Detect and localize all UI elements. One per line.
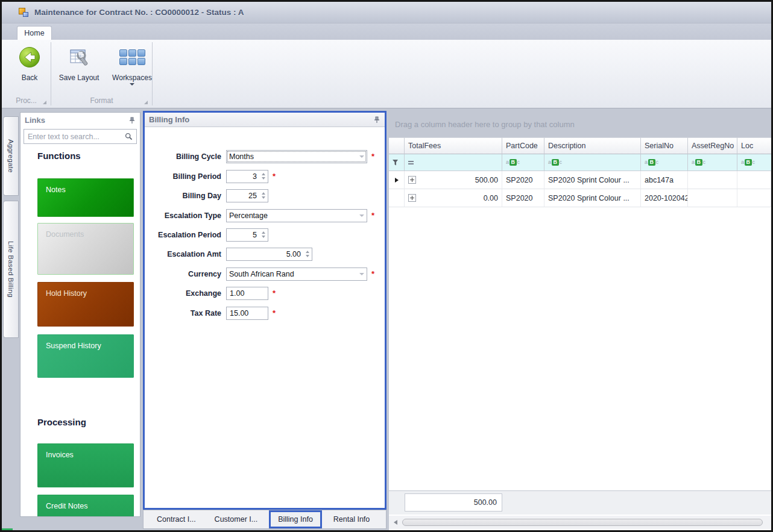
filter-cell-partcode[interactable]: aBc	[502, 154, 544, 171]
tab-billing-info[interactable]: Billing Info	[269, 510, 322, 528]
filter-cell-serialno[interactable]: aBc	[641, 154, 688, 171]
notes-button[interactable]: Notes	[37, 178, 134, 217]
escalation-amt-value: 5.00	[286, 250, 303, 258]
required-indicator: *	[371, 269, 374, 278]
items-grid: Drag a column header here to group by th…	[389, 111, 771, 530]
spin-up-icon[interactable]	[262, 231, 265, 234]
cell-assetregno[interactable]	[688, 171, 737, 189]
totalfees-value: 0.00	[420, 194, 498, 202]
cell-description[interactable]: SP2020 Sprint Colour ...	[544, 171, 641, 189]
spin-down-icon[interactable]	[262, 196, 265, 199]
text-filter-icon: aBc	[645, 159, 658, 166]
filter-cell-location[interactable]: aBc	[737, 154, 771, 171]
cell-description[interactable]: SP2020 Sprint Colour ...	[544, 189, 641, 207]
grid-summary-footer: 500.00	[389, 490, 771, 515]
save-layout-button[interactable]: Save Layout	[55, 45, 103, 82]
cell-assetregno[interactable]	[688, 189, 737, 207]
horizontal-scrollbar[interactable]	[389, 516, 771, 529]
tab-contract-info[interactable]: Contract I...	[150, 510, 203, 528]
column-header-totalfees[interactable]: TotalFees	[405, 137, 502, 154]
spin-up-icon[interactable]	[262, 173, 265, 175]
column-header-location[interactable]: Loc	[737, 137, 771, 154]
dialog-launcher-icon[interactable]	[43, 101, 46, 104]
cell-location[interactable]	[737, 189, 771, 207]
equals-operator-icon[interactable]	[408, 161, 414, 164]
scroll-left-icon[interactable]	[394, 520, 397, 525]
search-input[interactable]	[28, 133, 125, 141]
grid-row[interactable]: 0.00 SP2020 SP2020 Sprint Colour ... 202…	[389, 189, 771, 207]
text-filter-icon: aBc	[548, 159, 562, 166]
pin-icon[interactable]	[373, 116, 380, 124]
column-header-partcode[interactable]: PartCode	[502, 137, 544, 154]
cell-partcode[interactable]: SP2020	[502, 189, 544, 207]
spin-up-icon[interactable]	[262, 192, 265, 195]
filter-cell-assetregno[interactable]: aBc	[688, 154, 737, 171]
column-header-description[interactable]: Description	[544, 137, 641, 154]
billing-panel-header: Billing Info	[145, 113, 385, 127]
side-tab-aggregate[interactable]: Aggregate	[3, 116, 19, 196]
expand-detail-icon[interactable]	[408, 194, 416, 202]
escalation-type-combo[interactable]: Percentage	[226, 209, 367, 222]
row-indicator-icon	[395, 178, 399, 183]
chevron-down-icon	[130, 83, 134, 86]
column-header-assetregno[interactable]: AssetRegNo	[688, 137, 737, 154]
hold-history-button[interactable]: Hold History	[37, 282, 134, 327]
billing-cycle-label: Billing Cycle	[147, 152, 226, 161]
title-bar: Maintenance for Contract No. : CO0000012…	[2, 2, 771, 23]
links-panel: Links Functions Notes Documents Hold His…	[20, 112, 140, 517]
grid-row[interactable]: 500.00 SP2020 SP2020 Sprint Colour ... a…	[389, 171, 771, 189]
escalation-period-spinner[interactable]: 5	[226, 228, 268, 242]
spin-down-icon[interactable]	[262, 236, 265, 238]
links-search-box[interactable]	[24, 129, 137, 144]
cell-serialno[interactable]: abc147a	[641, 171, 688, 189]
search-icon[interactable]	[125, 133, 133, 140]
spin-down-icon[interactable]	[306, 255, 309, 257]
escalation-period-label: Escalation Period	[147, 231, 226, 239]
filter-row-indicator	[389, 154, 405, 171]
documents-button[interactable]: Documents	[37, 223, 134, 275]
expand-detail-icon[interactable]	[408, 176, 416, 184]
escalation-type-value: Percentage	[229, 211, 357, 220]
billing-cycle-combo[interactable]: Months	[226, 150, 367, 163]
invoices-button[interactable]: Invoices	[37, 443, 134, 487]
tab-customer-info[interactable]: Customer I...	[207, 510, 265, 528]
chevron-down-icon[interactable]	[357, 210, 367, 222]
spin-down-icon[interactable]	[262, 177, 265, 180]
links-panel-title: Links	[25, 116, 128, 125]
cell-partcode[interactable]: SP2020	[502, 171, 544, 189]
tax-rate-field[interactable]: 15.00	[226, 307, 268, 320]
credit-notes-button[interactable]: Credit Notes	[37, 495, 134, 517]
filter-cell-totalfees[interactable]	[405, 154, 502, 171]
billing-day-spinner[interactable]: 25	[226, 189, 268, 202]
dialog-launcher-icon[interactable]	[144, 101, 148, 104]
currency-combo[interactable]: South African Rand	[226, 268, 367, 281]
group-by-panel[interactable]: Drag a column header here to group by th…	[389, 111, 771, 137]
save-layout-label: Save Layout	[59, 74, 99, 82]
tab-home[interactable]: Home	[17, 26, 52, 40]
pin-icon[interactable]	[128, 117, 136, 124]
tab-rental-info[interactable]: Rental Info	[326, 510, 377, 528]
cell-totalfees[interactable]: 500.00	[405, 171, 502, 189]
required-indicator: *	[273, 172, 276, 181]
filter-icon	[392, 159, 399, 166]
chevron-down-icon[interactable]	[357, 151, 367, 163]
cell-serialno[interactable]: 2020-102042	[641, 189, 688, 207]
suspend-history-button[interactable]: Suspend History	[37, 334, 134, 378]
spin-up-icon[interactable]	[306, 251, 309, 253]
back-arrow-icon	[11, 45, 48, 70]
escalation-period-value: 5	[253, 231, 259, 239]
section-heading-functions: Functions	[37, 151, 81, 161]
filter-cell-description[interactable]: aBc	[544, 154, 641, 171]
scrollbar-thumb[interactable]	[402, 519, 763, 526]
chevron-down-icon[interactable]	[357, 268, 367, 280]
text-filter-icon: aBc	[506, 159, 520, 166]
billing-period-spinner[interactable]: 3	[226, 170, 268, 183]
cell-totalfees[interactable]: 0.00	[405, 189, 502, 207]
column-header-serialno[interactable]: SerialNo	[641, 137, 688, 154]
exchange-field[interactable]: 1.00	[226, 287, 268, 300]
back-button[interactable]: Back	[11, 45, 48, 82]
workspaces-button[interactable]: Workspaces	[107, 45, 157, 86]
side-tab-life-based-billing[interactable]: Life Based Billing	[3, 201, 19, 338]
cell-location[interactable]	[737, 171, 771, 189]
escalation-amt-spinner[interactable]: 5.00	[226, 248, 312, 261]
